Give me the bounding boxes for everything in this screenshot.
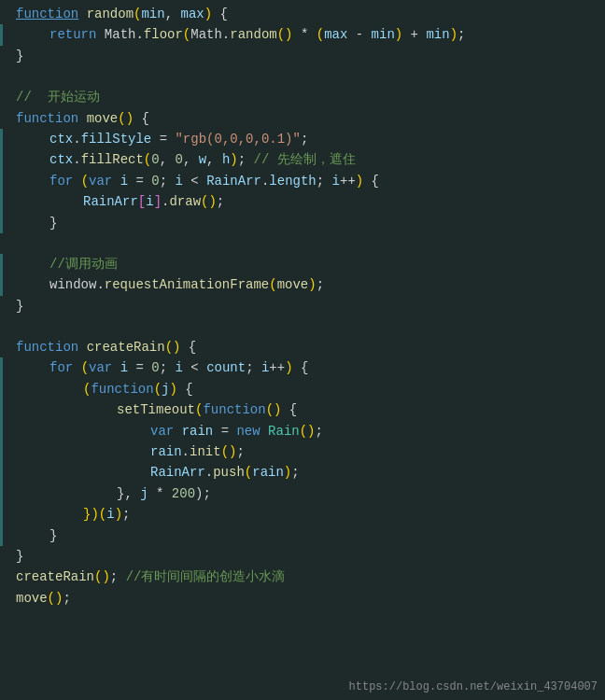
code-line: // 开始运动	[0, 87, 605, 107]
code-line: })(i);	[0, 504, 605, 525]
code-line: }	[0, 546, 605, 567]
code-line: (function(j) {	[0, 379, 605, 399]
url-bar: https://blog.csdn.net/weixin_43704007	[342, 675, 605, 700]
code-line: function createRain() {	[0, 337, 605, 357]
code-line: window.requestAnimationFrame(move);	[0, 274, 605, 295]
code-line	[0, 66, 605, 87]
code-line	[0, 233, 605, 254]
code-line: }	[0, 46, 605, 66]
code-line	[0, 316, 605, 337]
code-line: function random(min, max) {	[0, 4, 605, 24]
code-line: return Math.floor(Math.random() * (max -…	[0, 24, 605, 45]
code-line: }	[0, 296, 605, 316]
code-line: var rain = new Rain();	[0, 421, 605, 441]
code-line: move();	[0, 588, 605, 609]
code-line: function move() {	[0, 108, 605, 129]
code-line: //调用动画	[0, 254, 605, 274]
code-line: setTimeout(function() {	[0, 399, 605, 420]
code-line: RainArr.push(rain);	[0, 462, 605, 483]
code-line: createRain(); //有时间间隔的创造小水滴	[0, 567, 605, 587]
code-line: RainArr[i].draw();	[0, 191, 605, 212]
code-line: }	[0, 525, 605, 546]
code-line: rain.init();	[0, 441, 605, 462]
code-line: ctx.fillStyle = "rgb(0,0,0,0.1)";	[0, 129, 605, 149]
code-line: ctx.fillRect(0, 0, w, h); // 先绘制，遮住	[0, 149, 605, 170]
code-line: for (var i = 0; i < count; i++) {	[0, 357, 605, 378]
code-line: }, j * 200);	[0, 483, 605, 504]
code-editor: function random(min, max) {return Math.f…	[0, 0, 605, 637]
code-line: for (var i = 0; i < RainArr.length; i++)…	[0, 171, 605, 191]
code-line: }	[0, 213, 605, 233]
